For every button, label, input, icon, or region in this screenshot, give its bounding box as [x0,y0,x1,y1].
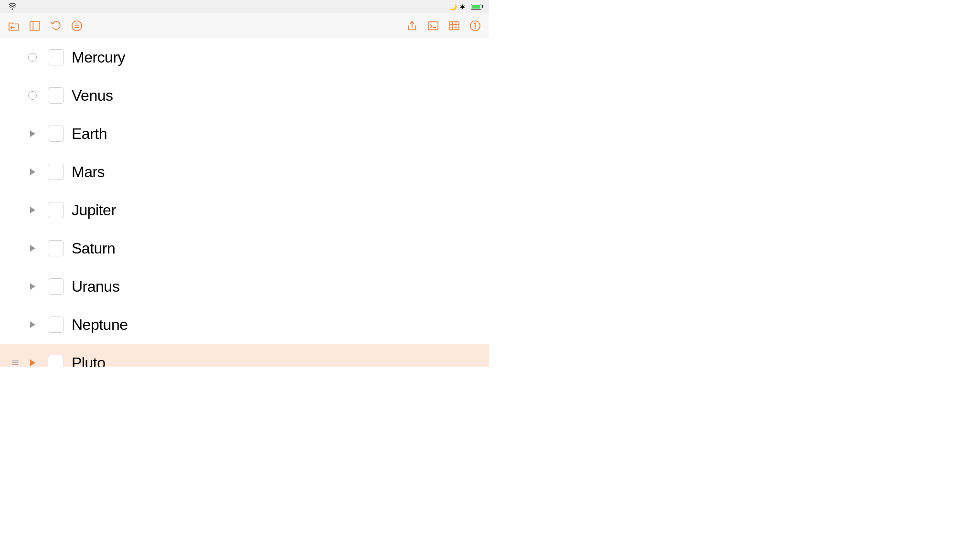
wifi-icon [9,3,16,10]
chevron-right-icon [30,283,35,290]
terminal-icon [427,20,439,32]
row-label: Saturn [72,240,115,257]
expand-toggle[interactable] [25,169,40,175]
row-label: Mars [72,163,105,181]
row-checkbox[interactable] [48,164,64,180]
row-checkbox[interactable] [48,278,64,295]
drag-handle [10,359,21,367]
back-folder-button[interactable] [8,20,20,32]
row-checkbox[interactable] [48,355,64,367]
row-label: Venus [72,87,113,105]
drag-handle-icon [11,359,20,367]
info-icon [469,20,481,32]
share-button[interactable] [406,20,418,32]
status-right: 🌙 ✱ [449,3,483,11]
svg-rect-10 [449,21,459,30]
list-item[interactable]: Uranus [0,267,489,306]
status-left [6,3,16,10]
outline-list-icon [71,20,83,32]
chevron-right-icon [30,359,35,366]
circle-bullet-icon [28,91,37,100]
list-item[interactable]: Mars [0,153,489,191]
chevron-right-icon [30,245,35,252]
expand-toggle[interactable] [25,283,40,290]
expand-toggle[interactable] [25,321,40,328]
expand-toggle[interactable] [25,359,40,366]
row-checkbox[interactable] [48,126,64,142]
row-label: Jupiter [72,201,116,219]
list-item[interactable]: Saturn [0,229,489,267]
chevron-right-icon [30,130,35,137]
expand-toggle[interactable] [25,207,40,213]
expand-toggle[interactable] [25,53,40,62]
circle-bullet-icon [28,53,37,62]
list-item[interactable]: Earth [0,115,489,153]
moon-icon: 🌙 [449,3,457,11]
row-checkbox[interactable] [48,87,64,104]
svg-point-17 [475,22,476,24]
toolbar-left [8,20,83,32]
back-folder-icon [8,20,20,32]
undo-button[interactable] [50,20,62,32]
expand-toggle[interactable] [25,245,40,252]
outline-list: MercuryVenusEarthMarsJupiterSaturnUranus… [0,38,489,367]
sidebar-icon [29,20,41,32]
info-button[interactable] [469,20,481,32]
expand-toggle[interactable] [25,130,40,137]
row-checkbox[interactable] [48,240,64,256]
row-label: Mercury [72,49,125,66]
list-item[interactable]: Pluto [0,344,489,367]
row-label: Earth [72,125,107,143]
list-item[interactable]: Mercury [0,38,489,76]
row-checkbox[interactable] [48,317,64,333]
row-checkbox[interactable] [48,202,64,218]
share-icon [406,20,418,32]
row-label: Neptune [72,316,128,334]
list-item[interactable]: Jupiter [0,191,489,229]
chevron-right-icon [30,207,35,213]
list-item[interactable]: Neptune [0,306,489,344]
chevron-right-icon [30,321,35,328]
table-icon [448,20,460,32]
outline-view-button[interactable] [71,20,83,32]
battery-icon [471,4,483,10]
status-bar: 🌙 ✱ [0,0,489,13]
svg-rect-8 [428,21,438,30]
bluetooth-icon: ✱ [460,3,465,11]
table-button[interactable] [448,20,460,32]
row-label: Uranus [72,278,119,296]
row-label: Pluto [72,354,105,367]
expand-toggle[interactable] [25,91,40,100]
list-item[interactable]: Venus [0,76,489,115]
undo-icon [50,20,62,32]
toolbar [0,13,489,38]
row-checkbox[interactable] [48,49,64,65]
toolbar-right [406,20,481,32]
terminal-button[interactable] [427,20,439,32]
chevron-right-icon [30,169,35,175]
svg-rect-1 [30,21,40,30]
sidebar-toggle-button[interactable] [29,20,41,32]
